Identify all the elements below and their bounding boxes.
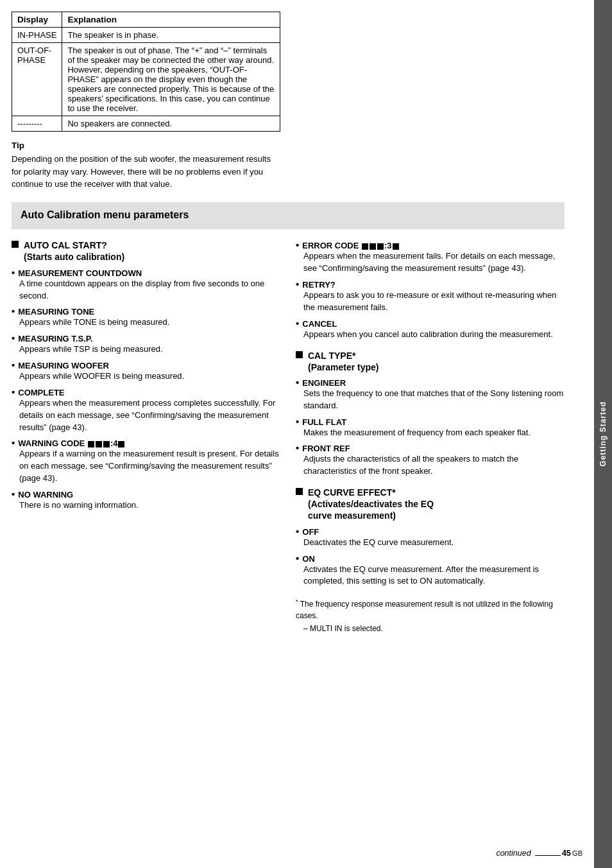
- bullet-item-complete: • COMPLETE Appears when the measurement …: [12, 386, 280, 434]
- bullet-desc: Appears when the measurement fails. For …: [296, 250, 565, 275]
- bullet-item-cancel: • CANCEL Appears when you cancel auto ca…: [296, 318, 565, 341]
- top-section: Display Explanation IN-PHASE The speaker…: [12, 12, 565, 202]
- bullet-item-retry: • RETRY? Appears to ask you to re-measur…: [296, 279, 565, 314]
- bullet-title: • RETRY?: [296, 279, 565, 290]
- bullet-desc: Sets the frequency to one that matches t…: [296, 388, 565, 412]
- tip-text: Depending on the position of the sub woo…: [12, 153, 280, 191]
- page-suffix: GB: [572, 849, 582, 857]
- warning-square2: [96, 441, 102, 447]
- section-box-title: Auto Calibration menu parameters: [21, 209, 556, 222]
- bullet-title: • ON: [296, 553, 565, 564]
- bullet-title: • MEASURING WOOFER: [12, 360, 280, 370]
- side-tab: Getting Started: [594, 0, 612, 868]
- bullet-title: • WARNING CODE :4: [12, 437, 280, 448]
- warning-square1: [88, 441, 94, 447]
- bullet-item-full-flat: • FULL FLAT Makes the measurement of fre…: [296, 416, 565, 439]
- bullet-title: • MEASURING TONE: [12, 306, 280, 317]
- bullet-title: • CANCEL: [296, 318, 565, 329]
- main-content: Display Explanation IN-PHASE The speaker…: [0, 0, 594, 868]
- bullet-item-measuring-tsp: • MEASURING T.S.P. Appears while TSP is …: [12, 333, 280, 356]
- bullet-desc: Appears when you cancel auto calibration…: [296, 329, 565, 341]
- bullet-desc: Makes the measurement of frequency from …: [296, 427, 565, 439]
- table-cell-display: ---------: [12, 116, 62, 132]
- bullet-label: COMPLETE: [18, 388, 64, 397]
- eq-curve-title: EQ CURVE EFFECT*(Activates/deactivates t…: [308, 487, 434, 522]
- cal-type-items: • ENGINEER Sets the frequency to one tha…: [296, 377, 565, 478]
- auto-cal-heading: AUTO CAL START?(Starts auto calibration): [12, 239, 280, 263]
- footnote-symbol: *: [296, 600, 300, 609]
- bullet-label: ON: [302, 554, 315, 564]
- bullet-label: OFF: [302, 527, 319, 537]
- bullet-title: • FRONT REF: [296, 442, 565, 453]
- section-box: Auto Calibration menu parameters: [12, 202, 565, 230]
- warning-square4: [118, 441, 124, 447]
- bullet-desc: A time countdown appears on the display …: [12, 278, 280, 302]
- bullet-desc: Adjusts the characteristics of all the s…: [296, 453, 565, 478]
- bullet-item-warning-code: • WARNING CODE :4 Appears if a warning o…: [12, 437, 280, 485]
- eq-curve-items: • OFF Deactivates the EQ curve measureme…: [296, 526, 565, 588]
- bullet-label: MEASURING TONE: [18, 307, 94, 317]
- square-icon: [296, 351, 303, 358]
- bullet-desc: There is no warning information.: [12, 499, 280, 512]
- table-cell-display: OUT-OF-PHASE: [12, 43, 62, 116]
- col-header-display: Display: [12, 12, 62, 28]
- bullet-item-no-warning: • NO WARNING There is no warning informa…: [12, 489, 280, 512]
- cal-type-title: CAL TYPE*(Parameter type): [308, 350, 379, 373]
- bullet-title: • ENGINEER: [296, 377, 565, 388]
- bullet-desc: Appears to ask you to re-measure or exit…: [296, 290, 565, 314]
- bullet-label: NO WARNING: [18, 490, 73, 499]
- bullet-item-error-code: • ERROR CODE :3 Appears when the measure…: [296, 239, 565, 275]
- bullet-title: • ERROR CODE :3: [296, 239, 565, 250]
- square-icon: [296, 488, 303, 495]
- page-number: 45: [562, 848, 571, 858]
- bullet-label: MEASURING T.S.P.: [18, 334, 92, 343]
- table-cell-display: IN-PHASE: [12, 28, 62, 43]
- col-header-explanation: Explanation: [62, 12, 280, 28]
- left-column: AUTO CAL START?(Starts auto calibration)…: [12, 239, 280, 634]
- bullet-label: RETRY?: [302, 280, 336, 290]
- bullet-title: • MEASUREMENT COUNTDOWN: [12, 267, 280, 278]
- bullet-title: • NO WARNING: [12, 489, 280, 499]
- left-top-col: Display Explanation IN-PHASE The speaker…: [12, 12, 280, 202]
- bullet-title: • FULL FLAT: [296, 416, 565, 427]
- footnote: * The frequency response measurement res…: [296, 598, 565, 634]
- bullet-item-front-ref: • FRONT REF Adjusts the characteristics …: [296, 442, 565, 478]
- bullet-item-measuring-woofer: • MEASURING WOOFER Appears while WOOFER …: [12, 360, 280, 383]
- table-cell-explanation: The speaker is in phase.: [62, 28, 280, 43]
- bullet-item-on: • ON Activates the EQ curve measurement.…: [296, 553, 565, 588]
- bullet-desc: Appears when the measurement process com…: [12, 397, 280, 434]
- square-icon: [12, 241, 19, 248]
- page-footer: continued 45 GB: [496, 848, 582, 858]
- bullet-title: • COMPLETE: [12, 386, 280, 397]
- bullet-label: FULL FLAT: [302, 417, 346, 427]
- error-square1: [362, 243, 368, 250]
- main-two-col: AUTO CAL START?(Starts auto calibration)…: [12, 239, 565, 634]
- warning-square3: [103, 441, 110, 447]
- auto-cal-title: AUTO CAL START?(Starts auto calibration): [24, 239, 124, 263]
- bullet-title: • MEASURING T.S.P.: [12, 333, 280, 343]
- error-square3: [377, 243, 384, 250]
- bullet-label: WARNING CODE :4: [18, 438, 125, 448]
- eq-curve-heading: EQ CURVE EFFECT*(Activates/deactivates t…: [296, 487, 565, 522]
- footnote-sub-item: – MULTI IN is selected.: [296, 623, 565, 634]
- table-row: IN-PHASE The speaker is in phase.: [12, 28, 280, 43]
- bullet-desc: Appears while TONE is being measured.: [12, 317, 280, 329]
- continued-label: continued: [496, 849, 531, 858]
- bullet-title: • OFF: [296, 526, 565, 537]
- bullet-label: CANCEL: [302, 319, 337, 329]
- table-cell-explanation: The speaker is out of phase. The “+” and…: [62, 43, 280, 116]
- side-tab-label: Getting Started: [599, 401, 608, 467]
- bullet-label: MEASUREMENT COUNTDOWN: [18, 268, 142, 278]
- bullet-item-engineer: • ENGINEER Sets the frequency to one tha…: [296, 377, 565, 412]
- display-table: Display Explanation IN-PHASE The speaker…: [12, 12, 280, 132]
- error-square2: [370, 243, 376, 250]
- right-column: • ERROR CODE :3 Appears when the measure…: [296, 239, 565, 634]
- bullet-label: ERROR CODE :3: [302, 241, 399, 250]
- bullet-item-measurement-countdown: • MEASUREMENT COUNTDOWN A time countdown…: [12, 267, 280, 302]
- bullet-item-measuring-tone: • MEASURING TONE Appears while TONE is b…: [12, 306, 280, 329]
- right-top-col: [296, 12, 565, 202]
- bullet-desc: Deactivates the EQ curve measurement.: [296, 537, 565, 549]
- continued-line: [535, 855, 561, 856]
- bullet-label: ENGINEER: [302, 378, 346, 388]
- bullet-desc: Appears while WOOFER is being measured.: [12, 370, 280, 383]
